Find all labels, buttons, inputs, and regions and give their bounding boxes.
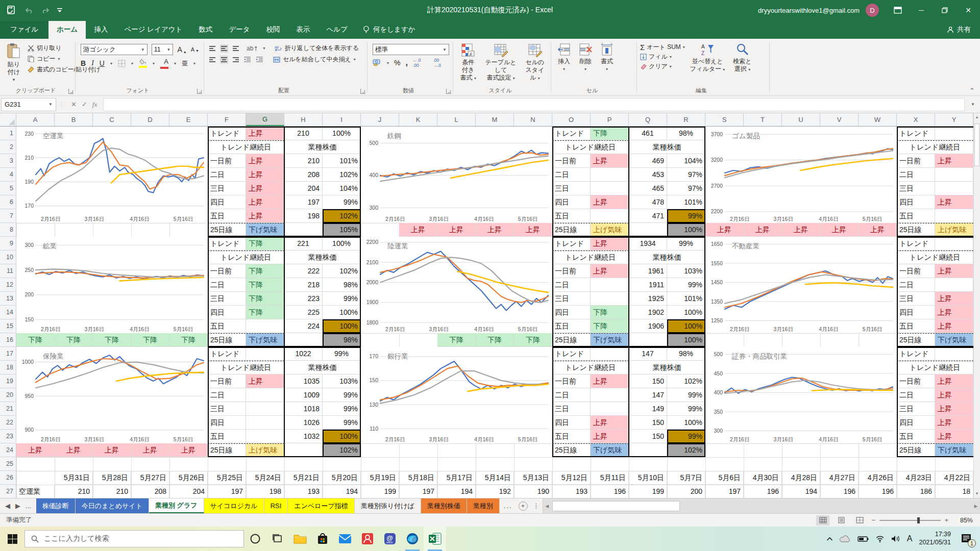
day-status[interactable]: 上昇 <box>935 292 973 306</box>
ma25-value[interactable] <box>284 333 323 347</box>
trend-pct[interactable]: 98% <box>667 127 705 140</box>
ma25-pct[interactable]: 98% <box>323 333 361 347</box>
day-pct[interactable]: 102% <box>667 374 705 388</box>
trend-status[interactable]: 上昇 <box>246 127 284 140</box>
day-pct[interactable]: 101% <box>667 195 705 209</box>
column-header-S[interactable]: S <box>705 113 744 126</box>
day-status[interactable] <box>591 402 629 416</box>
day-pct[interactable]: 99% <box>667 388 705 402</box>
trend-label[interactable]: トレンド <box>897 237 935 251</box>
day-status[interactable] <box>591 278 629 292</box>
ma25-pct[interactable]: 105% <box>323 223 361 237</box>
prev-sheet-icon[interactable]: ◀ <box>5 502 10 510</box>
taskbar-clock[interactable]: 17:39 2021/05/31 <box>919 531 951 546</box>
row-header-4[interactable]: 4 <box>0 168 16 182</box>
row-header-25[interactable]: 25 <box>0 457 16 471</box>
day-label[interactable]: 二日 <box>897 388 935 402</box>
sort-filter-button[interactable]: AZ 並べ替えとフィルター ▾ <box>686 41 729 75</box>
day-label[interactable]: 二日 <box>208 168 246 182</box>
day-label[interactable]: 五日 <box>552 319 591 333</box>
date-cell[interactable]: 4月22日 <box>935 471 973 485</box>
close-icon[interactable]: ✕ <box>957 0 980 20</box>
atmenu-button[interactable]: @menu <box>379 527 401 551</box>
trend-price[interactable]: 147 <box>629 347 667 361</box>
day-value[interactable]: 198 <box>284 209 323 223</box>
column-header-Q[interactable]: Q <box>629 113 667 126</box>
trend-price[interactable]: 221 <box>284 237 323 251</box>
number-dialog-launcher-icon[interactable] <box>446 89 451 94</box>
fill-button[interactable]: フィル ▾ <box>640 53 685 61</box>
share-button[interactable]: 共有 <box>938 25 980 39</box>
day-value[interactable]: 150 <box>629 430 667 443</box>
day-value[interactable]: 1961 <box>629 264 667 278</box>
column-header-N[interactable]: N <box>514 113 552 126</box>
value-cell[interactable]: 198 <box>246 485 284 498</box>
trend-pct[interactable]: 100% <box>323 237 361 251</box>
trend-pct[interactable]: 99% <box>667 237 705 251</box>
clipboard-dialog-launcher-icon[interactable] <box>68 89 74 94</box>
day-pct[interactable]: 98% <box>323 278 361 292</box>
day-pct[interactable]: 103% <box>667 264 705 278</box>
chart-空運業[interactable]: 2302101901702月16日3月16日4月16日5月16日空運業 <box>16 127 208 223</box>
day-status[interactable] <box>591 292 629 306</box>
horizontal-scrollbar[interactable]: ◀ ▶ <box>543 498 980 513</box>
orientation-icon[interactable]: ab↗ <box>247 45 258 52</box>
day-status[interactable]: 上昇 <box>935 319 973 333</box>
day-status[interactable]: 上昇 <box>591 416 629 430</box>
enter-formula-icon[interactable]: ✓ <box>82 101 87 108</box>
day-label[interactable]: 四日 <box>897 195 935 209</box>
date-cell[interactable]: 5月17日 <box>437 471 476 485</box>
trend-status[interactable] <box>935 127 973 140</box>
day-status[interactable]: 上昇 <box>246 209 284 223</box>
date-cell[interactable]: 4月27日 <box>820 471 859 485</box>
increase-decimal-button[interactable]: ←.0 .00 <box>413 58 428 68</box>
ma25-label[interactable]: 25日線 <box>552 443 591 457</box>
day-status[interactable] <box>246 430 284 443</box>
day-label[interactable]: 二日 <box>208 278 246 292</box>
day-label[interactable]: 一日前 <box>552 154 591 168</box>
day-label[interactable]: 一日前 <box>552 374 591 388</box>
sheet-tab-業種別 グラフ[interactable]: 業種別 グラフ <box>149 498 204 513</box>
day-pct[interactable]: 100% <box>667 319 705 333</box>
day-pct[interactable]: 100% <box>323 430 361 443</box>
day-label[interactable]: 一日前 <box>897 374 935 388</box>
day-value[interactable]: 1925 <box>629 292 667 306</box>
sheet-tab-業種別[interactable]: 業種別 <box>467 498 500 513</box>
day-value[interactable]: 210 <box>284 154 323 168</box>
day-status[interactable]: 上昇 <box>591 154 629 168</box>
increase-indent-icon[interactable] <box>256 57 263 63</box>
day-value[interactable]: 1018 <box>284 402 323 416</box>
ribbon-tab-ホーム[interactable]: ホーム <box>48 21 86 39</box>
trend-label[interactable]: トレンド <box>552 127 591 140</box>
trend-badge[interactable]: 上昇 <box>169 443 208 457</box>
date-cell[interactable]: 5月28日 <box>93 471 131 485</box>
column-header-E[interactable]: E <box>169 113 208 126</box>
align-left-icon[interactable] <box>209 56 215 63</box>
clear-button[interactable]: クリア ▾ <box>640 62 685 71</box>
ma25-label[interactable]: 25日線 <box>208 223 246 237</box>
cancel-formula-icon[interactable]: ✕ <box>71 101 77 108</box>
horizontal-scroll-thumb[interactable] <box>552 501 680 511</box>
day-value[interactable]: 1906 <box>629 319 667 333</box>
day-status[interactable]: 上昇 <box>591 374 629 388</box>
column-header-K[interactable]: K <box>399 113 437 126</box>
day-status[interactable]: 上昇 <box>935 154 973 168</box>
trend-badge[interactable]: 下降 <box>476 333 514 347</box>
underline-button[interactable]: U <box>100 59 105 67</box>
sheet-tab-エンベロープ指標[interactable]: エンベロープ指標 <box>288 498 355 513</box>
name-box[interactable]: G231▼ <box>1 98 56 111</box>
trend-days-header[interactable]: トレンド継続日 <box>552 361 629 374</box>
trend-badge[interactable]: 上昇 <box>131 443 169 457</box>
wifi-icon[interactable] <box>875 535 885 542</box>
start-button[interactable] <box>0 527 24 551</box>
sheet-tab-今日のまとめサイト[interactable]: 今日のまとめサイト <box>76 498 149 513</box>
trend-badge[interactable]: 上昇 <box>782 223 820 237</box>
row-header-26[interactable]: 26 <box>0 471 16 485</box>
trend-status[interactable]: 上昇 <box>591 237 629 251</box>
day-label[interactable]: 三日 <box>208 292 246 306</box>
action-center-button[interactable]: 1 <box>958 530 975 547</box>
account-email[interactable]: dryyourtearswithlove1@gmail.com <box>758 7 860 14</box>
column-header-H[interactable]: H <box>284 113 323 126</box>
format-as-table-button[interactable]: テーブルとして書式設定 ▾ <box>481 41 520 84</box>
grow-font-button[interactable]: A▲ <box>177 45 186 54</box>
